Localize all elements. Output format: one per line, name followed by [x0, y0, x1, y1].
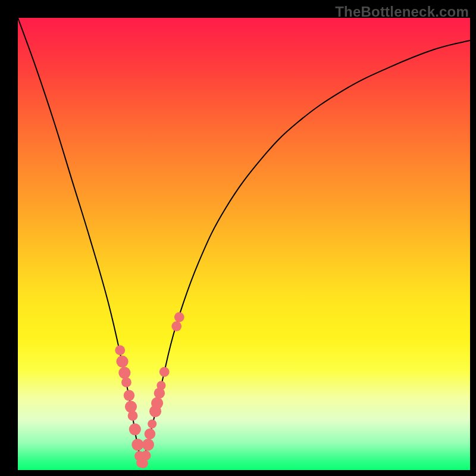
data-marker	[174, 312, 184, 322]
data-marker	[142, 439, 154, 450]
data-marker	[148, 419, 156, 428]
data-marker	[131, 439, 143, 450]
data-marker	[128, 411, 138, 421]
data-marker	[151, 397, 163, 409]
data-marker	[116, 356, 128, 368]
data-marker	[115, 345, 125, 355]
data-marker	[125, 401, 137, 413]
data-marker	[124, 390, 134, 400]
data-marker	[171, 321, 181, 331]
data-marker	[159, 367, 170, 377]
chart-svg	[18, 18, 470, 470]
data-marker	[141, 450, 151, 461]
bottleneck-curve-path	[18, 18, 470, 466]
data-marker	[129, 424, 141, 436]
chart-frame: TheBottleneck.com	[0, 0, 476, 476]
data-marker	[156, 381, 165, 390]
plot-area	[18, 18, 470, 470]
marker-group	[115, 312, 184, 468]
data-marker	[145, 428, 155, 439]
data-marker	[121, 377, 131, 387]
data-marker	[118, 367, 130, 379]
